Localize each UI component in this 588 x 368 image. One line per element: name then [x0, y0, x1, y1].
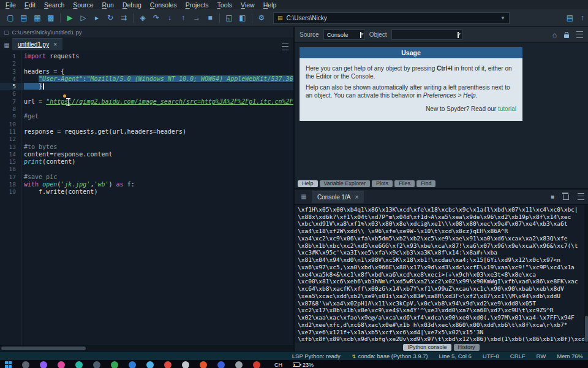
editor-options-menu-icon[interactable]: [282, 44, 288, 50]
scrollbar-thumb[interactable]: [1, 347, 86, 350]
lock-icon[interactable]: [564, 34, 569, 38]
maximize-pane-button[interactable]: ◱: [222, 11, 236, 25]
horizontal-scrollbar[interactable]: [0, 345, 293, 351]
start-menu-icon[interactable]: [5, 361, 12, 368]
console-output-line: \x88x\xd6k?\xf1\x04t\xd7P^m\x04d\xf1d~A\…: [298, 213, 588, 221]
toolbar-separator: [252, 13, 252, 23]
usage-title: Usage: [300, 47, 522, 58]
code-text: #get: [21, 113, 39, 120]
spyder-window: FileEditSearchSourceRunDebugConsolesProj…: [0, 0, 588, 368]
app-green-taskbar-icon[interactable]: [111, 361, 118, 368]
editor-tab-bar: ▦ untitled1.py ×: [0, 37, 293, 50]
trash-icon[interactable]: [563, 194, 569, 200]
pane-tab-help[interactable]: Help: [298, 180, 318, 187]
browse-tabs-icon[interactable]: ▦: [298, 191, 309, 202]
pane-tab-find[interactable]: Find: [417, 180, 436, 187]
line-number: 16: [0, 166, 21, 173]
app-indigo-taskbar-icon[interactable]: [217, 361, 225, 368]
app-red-taskbar-icon[interactable]: [164, 361, 172, 368]
new-file-button[interactable]: ▢: [4, 11, 17, 25]
memory-status[interactable]: Mem 76%: [557, 353, 583, 359]
step-into-button[interactable]: ↓: [163, 11, 176, 25]
app-crimson-taskbar-icon[interactable]: [253, 361, 260, 368]
working-directory-combo[interactable]: ▤ C:\Users\Nicky ▼: [273, 12, 510, 24]
app-blue-taskbar-icon[interactable]: [129, 361, 136, 368]
code-text: url = "https://qimg2.baidu.com/image_sea…: [21, 98, 293, 105]
object-select[interactable]: ▼: [391, 29, 462, 40]
preferences-button[interactable]: ⚙: [255, 11, 268, 25]
interrupt-kernel-icon[interactable]: ■: [551, 193, 554, 200]
menu-tools[interactable]: Tools: [213, 1, 237, 9]
scrollbar-thumb[interactable]: [585, 316, 588, 342]
menu-view[interactable]: View: [236, 1, 259, 9]
help-toolbar: Source Console ▼ Object ▼ ⌂: [295, 27, 588, 43]
search-taskbar-icon[interactable]: [22, 361, 29, 368]
re-run-cell-button[interactable]: ↻: [104, 11, 117, 25]
console-tab-history[interactable]: History: [454, 344, 480, 351]
cursor-position[interactable]: Line 5, Col 6: [439, 353, 472, 359]
debug-file-button[interactable]: ◈: [136, 11, 149, 25]
menu-search[interactable]: Search: [40, 1, 69, 9]
parent-directory-button[interactable]: ↑: [581, 13, 584, 22]
conda-status[interactable]: ↯ conda: base (Python 3.9.7): [352, 353, 428, 359]
run-selection-button[interactable]: ⇉: [117, 11, 130, 25]
save-file-button[interactable]: ▦: [31, 11, 44, 25]
app-silver-taskbar-icon[interactable]: [235, 361, 243, 368]
open-file-button[interactable]: ▤: [17, 11, 31, 25]
run-cell-button[interactable]: ▷: [77, 11, 90, 25]
layout-button[interactable]: ◧: [236, 11, 249, 25]
lsp-status[interactable]: LSP Python: ready: [292, 353, 341, 359]
code-line: 2: [0, 60, 293, 67]
run-cell-advance-button[interactable]: ▸: [90, 11, 104, 25]
console-tab[interactable]: Console 1/A ×: [312, 191, 364, 203]
pane-tab-variable-explorer[interactable]: Variable Explorer: [320, 180, 370, 187]
vertical-scrollbar[interactable]: [584, 205, 588, 343]
permissions-status[interactable]: RW: [537, 353, 546, 359]
tutorial-link[interactable]: tutorial: [498, 105, 516, 112]
usage-box: Usage Here you can get help of any objec…: [300, 47, 522, 121]
app-teal-taskbar-icon[interactable]: [75, 361, 83, 368]
help-content: Usage Here you can get help of any objec…: [295, 43, 588, 180]
menu-source[interactable]: Source: [69, 1, 97, 9]
close-icon[interactable]: ×: [355, 194, 358, 201]
app-gray-taskbar-icon[interactable]: [182, 361, 189, 368]
app-magenta-taskbar-icon[interactable]: [58, 361, 65, 368]
console-options-menu-icon[interactable]: [578, 193, 584, 200]
console-output[interactable]: \xf1H\x05\x00\xb4q1\x86\x13K\xcd\xfe\x18…: [295, 205, 588, 343]
menu-run[interactable]: Run: [98, 1, 118, 9]
close-icon[interactable]: ×: [53, 41, 57, 48]
browse-tabs-icon[interactable]: ▦: [1, 39, 12, 50]
eol-status[interactable]: CRLF: [510, 353, 526, 359]
menu-file[interactable]: File: [1, 1, 20, 9]
app-skyblue-taskbar-icon[interactable]: [146, 361, 154, 368]
battery-indicator[interactable]: 23%: [293, 362, 314, 368]
app-orange-taskbar-icon[interactable]: [200, 361, 207, 368]
run-file-button[interactable]: ▶: [63, 11, 77, 25]
chevron-down-icon[interactable]: ▼: [500, 15, 505, 21]
save-all-button[interactable]: ▩: [44, 11, 58, 25]
language-indicator[interactable]: CH: [274, 362, 282, 368]
editor-tab-untitled1[interactable]: untitled1.py ×: [12, 38, 62, 50]
help-options-menu-icon[interactable]: [576, 31, 583, 38]
menu-edit[interactable]: Edit: [20, 1, 40, 9]
code-text: #to bytes: [21, 144, 57, 151]
home-icon[interactable]: ⌂: [552, 31, 557, 39]
battery-percent: 23%: [303, 362, 314, 368]
step-out-button[interactable]: ↑: [176, 11, 190, 25]
menu-consoles[interactable]: Consoles: [146, 1, 181, 9]
browse-directory-button[interactable]: ▤: [567, 13, 573, 22]
app-purple-taskbar-icon[interactable]: [40, 361, 47, 368]
stop-debug-button[interactable]: ■: [203, 11, 217, 25]
source-select[interactable]: Console ▼: [323, 29, 365, 40]
continue-execution-button[interactable]: →: [190, 11, 203, 25]
menu-help[interactable]: Help: [259, 1, 281, 9]
console-tab-ipython-console[interactable]: IPython console: [403, 344, 451, 351]
app-slate-taskbar-icon[interactable]: [93, 361, 100, 368]
pane-tab-files[interactable]: Files: [394, 180, 415, 187]
menu-debug[interactable]: Debug: [118, 1, 146, 9]
encoding-status[interactable]: UTF-8: [483, 353, 499, 359]
pane-tab-plots[interactable]: Plots: [372, 180, 393, 187]
step-over-button[interactable]: ↷: [149, 11, 163, 25]
code-editor[interactable]: 1import requests23headers = {4 "User-Age…: [0, 50, 293, 345]
menu-projects[interactable]: Projects: [181, 1, 213, 9]
